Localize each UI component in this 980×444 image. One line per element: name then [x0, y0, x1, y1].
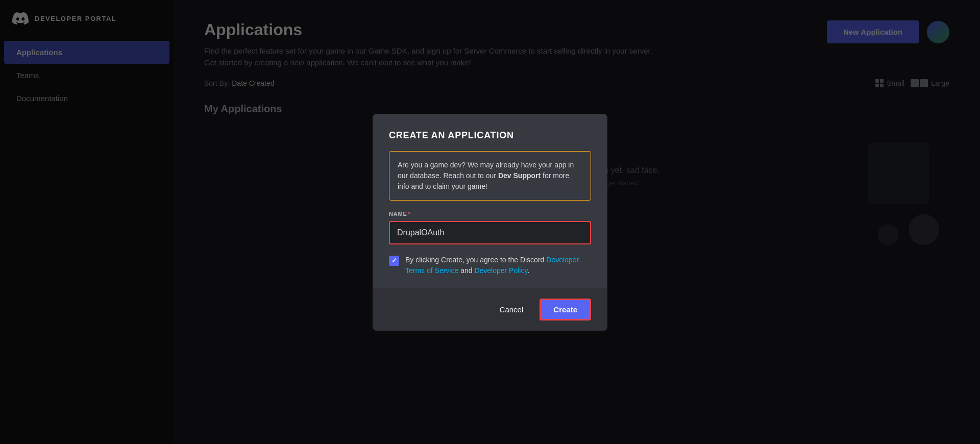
application-name-input[interactable]	[389, 221, 591, 244]
modal-title: CREATE AN APPLICATION	[389, 130, 591, 141]
create-button[interactable]: Create	[540, 299, 591, 320]
required-marker: *	[408, 211, 411, 217]
modal-footer: Cancel Create	[373, 288, 607, 331]
agree-checkbox[interactable]	[389, 256, 399, 266]
modal-overlay[interactable]: CREATE AN APPLICATION Are you a game dev…	[0, 0, 980, 444]
create-application-modal: CREATE AN APPLICATION Are you a game dev…	[373, 114, 607, 331]
modal-agree: By clicking Create, you agree to the Dis…	[389, 255, 591, 276]
modal-notice: Are you a game dev? We may already have …	[389, 151, 591, 201]
cancel-button[interactable]: Cancel	[492, 300, 532, 319]
name-label: NAME*	[389, 211, 591, 217]
modal-notice-bold: Dev Support	[498, 171, 541, 180]
developer-policy-link[interactable]: Developer Policy	[474, 266, 527, 275]
agree-text: By clicking Create, you agree to the Dis…	[405, 255, 591, 276]
